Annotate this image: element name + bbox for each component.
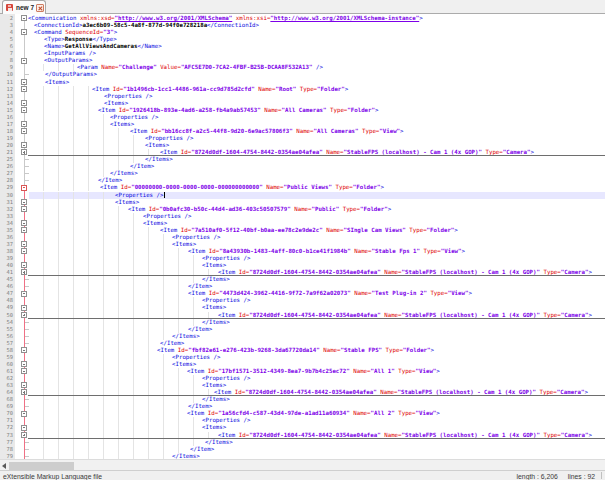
code-line-56[interactable]: </Items> (0, 333, 605, 340)
code-line-17[interactable]: <Items> (0, 121, 605, 128)
code-line-6[interactable]: <Name>GetAllViewsAndCameras</Name> (0, 43, 605, 50)
code-line-9[interactable]: <Param Name="Challenge" Value="AFC5E7D0-… (0, 64, 605, 71)
code-line-35[interactable]: <Item Id="7a510af0-5f12-40bf-b0aa-ee78c2… (0, 227, 605, 234)
tab-close-icon[interactable] (36, 4, 44, 12)
code-line-20[interactable]: <Items> (0, 142, 605, 149)
code-line-12[interactable]: <Item Id="1b1496cb-1cc1-4486-961a-cc9d78… (0, 86, 605, 93)
code-line-69[interactable]: </Item> (0, 403, 605, 410)
code-line-16[interactable]: <Properties /> (0, 114, 605, 121)
fold-collapse-box[interactable] (21, 185, 27, 191)
code-line-72[interactable]: <Items> (0, 424, 605, 431)
code-text: <Properties /> (143, 213, 192, 220)
fold-expand-box[interactable] (21, 312, 27, 318)
code-line-18[interactable]: <Item Id="bb16cc8f-a2c5-44f8-9d20-6e9ac5… (0, 128, 605, 135)
indent-guide (88, 333, 89, 340)
fold-collapse-box[interactable] (21, 262, 27, 268)
code-line-28[interactable]: </Item> (0, 177, 605, 184)
fold-expand-box[interactable] (21, 389, 27, 395)
code-line-57[interactable]: </Item> (0, 340, 605, 347)
code-line-29[interactable]: <Item Id="00000000-0000-0000-0000-000000… (0, 184, 605, 191)
fold-collapse-box[interactable] (21, 347, 27, 353)
code-line-47[interactable]: <Item Id="4473d424-3962-4416-9f72-7a9f62… (0, 290, 605, 297)
code-line-48[interactable]: <Properties /> (0, 297, 605, 304)
fold-collapse-box[interactable] (21, 425, 27, 431)
code-line-36[interactable]: <Properties /> (0, 234, 605, 241)
code-line-68[interactable]: </Items> (0, 396, 605, 403)
code-editor[interactable]: 2345678910111213141516171819202125262728… (0, 14, 605, 459)
fold-collapse-box[interactable] (21, 411, 27, 417)
code-line-19[interactable]: <Properties /> (0, 135, 605, 142)
horizontal-scrollbar[interactable] (0, 459, 605, 470)
fold-collapse-box[interactable] (21, 142, 27, 148)
code-line-58[interactable]: <Item Id="fbf82e61-e276-423b-9268-3da677… (0, 347, 605, 354)
code-line-34[interactable]: <Items> (0, 220, 605, 227)
code-line-78[interactable]: </Item> (0, 446, 605, 453)
fold-collapse-box[interactable] (21, 361, 27, 367)
fold-collapse-box[interactable] (21, 241, 27, 247)
code-line-4[interactable]: <Command SequenceId="3"> (0, 29, 605, 36)
fold-collapse-box[interactable] (21, 86, 27, 92)
code-line-3[interactable]: <ConnectionId>a3ec6b09-58c5-4a8f-877d-94… (0, 22, 605, 29)
code-line-38[interactable]: <Item Id="8a43930b-1483-4aff-80c0-b1ce41… (0, 248, 605, 255)
fold-collapse-box[interactable] (21, 128, 27, 134)
code-line-39[interactable]: <Properties /> (0, 255, 605, 262)
code-line-26[interactable]: </Item> (0, 163, 605, 170)
fold-collapse-box[interactable] (21, 100, 27, 106)
fold-expand-box[interactable] (21, 149, 27, 155)
fold-collapse-box[interactable] (21, 227, 27, 233)
code-line-33[interactable]: <Properties /> (0, 213, 605, 220)
code-line-30[interactable]: <Properties /> (0, 192, 605, 199)
fold-collapse-box[interactable] (21, 107, 27, 113)
code-line-45[interactable]: </Items> (0, 276, 605, 283)
scrollbar-thumb[interactable] (9, 462, 74, 470)
code-line-49[interactable]: <Items> (0, 304, 605, 311)
indent-guide (118, 248, 119, 255)
fold-collapse-box[interactable] (21, 368, 27, 374)
fold-collapse-box[interactable] (21, 206, 27, 212)
code-line-25[interactable]: </Items> (0, 156, 605, 163)
fold-collapse-box[interactable] (21, 382, 27, 388)
scroll-left-arrow-icon[interactable] (2, 463, 6, 469)
fold-collapse-box[interactable] (21, 220, 27, 226)
code-line-63[interactable]: <Items> (0, 382, 605, 389)
code-line-11[interactable]: <Items> (0, 79, 605, 86)
code-line-71[interactable]: <Properties /> (0, 417, 605, 424)
fold-collapse-box[interactable] (21, 291, 27, 297)
fold-collapse-box[interactable] (21, 121, 27, 127)
code-line-77[interactable]: </Items> (0, 439, 605, 446)
code-line-40[interactable]: <Items> (0, 262, 605, 269)
fold-collapse-box[interactable] (21, 15, 27, 21)
indent-guide (178, 368, 179, 375)
code-line-8[interactable]: <OutputParams> (0, 57, 605, 64)
code-line-5[interactable]: <Type>Response</Type> (0, 36, 605, 43)
fold-collapse-box[interactable] (21, 58, 27, 64)
code-line-62[interactable]: <Properties /> (0, 375, 605, 382)
code-line-70[interactable]: <Item Id="1a56cfd4-c587-43d4-97de-a1ad11… (0, 410, 605, 417)
code-line-61[interactable]: <Item Id="17bf1571-3512-4349-8ea7-9b7b4c… (0, 368, 605, 375)
fold-collapse-box[interactable] (21, 29, 27, 35)
code-line-10[interactable]: </OutputParams> (0, 71, 605, 78)
tab-new7[interactable]: new 7 (2, 0, 46, 14)
code-line-7[interactable]: <InputParams /> (0, 50, 605, 57)
fold-expand-box[interactable] (21, 432, 27, 438)
code-line-54[interactable]: </Items> (0, 319, 605, 326)
code-line-55[interactable]: </Item> (0, 326, 605, 333)
code-line-37[interactable]: <Items> (0, 241, 605, 248)
fold-collapse-box[interactable] (21, 305, 27, 311)
code-line-15[interactable]: <Item Id="1926418b-893e-4ad6-a258-fb4a9a… (0, 107, 605, 114)
code-line-46[interactable]: </Item> (0, 283, 605, 290)
fold-collapse-box[interactable] (21, 79, 27, 85)
code-line-60[interactable]: <Items> (0, 361, 605, 368)
code-line-27[interactable]: </Items> (0, 170, 605, 177)
fold-collapse-box[interactable] (21, 199, 27, 205)
code-line-2[interactable]: <Communication xmlns:xsd="http://www.w3.… (0, 15, 605, 22)
fold-expand-box[interactable] (21, 269, 27, 275)
code-line-31[interactable]: <Items> (0, 199, 605, 206)
indent-guide (58, 319, 59, 326)
indent-guide (73, 156, 74, 163)
code-line-32[interactable]: <Item Id="0b0afc30-b50c-44d4-ad36-403c50… (0, 206, 605, 213)
code-line-13[interactable]: <Properties /> (0, 93, 605, 100)
fold-collapse-box[interactable] (21, 248, 27, 254)
code-line-59[interactable]: <Properties /> (0, 354, 605, 361)
code-line-14[interactable]: <Items> (0, 100, 605, 107)
